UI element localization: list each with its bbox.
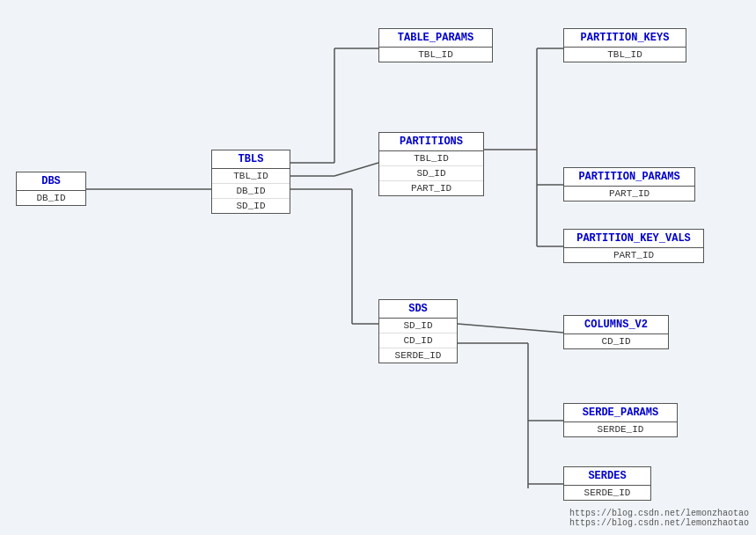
box-SERDES: SERDES SERDE_ID <box>563 466 651 501</box>
box-SDS-title: SDS <box>379 300 457 319</box>
box-TBLS-field-1: DB_ID <box>212 184 290 199</box>
box-PARTITION_KEY_VALS-field-0: PART_ID <box>564 248 703 262</box>
svg-line-5 <box>334 163 378 176</box>
box-PARTITION_PARAMS-field-0: PART_ID <box>564 187 694 201</box>
watermark-line2: https://blog.csdn.net/lemonzhaotao <box>569 518 749 528</box>
box-PARTITION_KEYS: PARTITION_KEYS TBL_ID <box>563 28 686 62</box>
box-SERDE_PARAMS: SERDE_PARAMS SERDE_ID <box>563 403 678 437</box>
box-DBS-field-0: DB_ID <box>17 191 85 205</box>
box-TABLE_PARAMS-field-0: TBL_ID <box>379 48 492 62</box>
watermark-line1: https://blog.csdn.net/lemonzhaotao <box>569 509 749 518</box>
box-SERDE_PARAMS-field-0: SERDE_ID <box>564 422 677 436</box>
box-TABLE_PARAMS: TABLE_PARAMS TBL_ID <box>378 28 493 62</box>
box-SDS-field-2: SERDE_ID <box>379 348 457 363</box>
box-SERDE_PARAMS-title: SERDE_PARAMS <box>564 404 677 422</box>
box-SDS: SDS SD_ID CD_ID SERDE_ID <box>378 299 458 363</box>
box-SERDES-field-0: SERDE_ID <box>564 486 650 500</box>
box-TABLE_PARAMS-title: TABLE_PARAMS <box>379 29 492 48</box>
box-COLUMNS_V2-field-0: CD_ID <box>564 334 668 348</box>
box-SDS-field-1: CD_ID <box>379 333 457 348</box>
box-COLUMNS_V2-title: COLUMNS_V2 <box>564 316 668 334</box>
box-PARTITION_KEYS-field-0: TBL_ID <box>564 48 686 62</box>
box-DBS: DBS DB_ID <box>16 172 86 206</box>
box-PARTITION_KEY_VALS: PARTITION_KEY_VALS PART_ID <box>563 229 704 263</box>
box-DBS-title: DBS <box>17 172 85 191</box>
watermark: https://blog.csdn.net/lemonzhaotao https… <box>569 509 749 528</box>
box-PARTITIONS-field-0: TBL_ID <box>379 151 483 166</box>
connector-lines <box>0 0 756 535</box>
svg-line-14 <box>458 324 563 333</box>
box-SERDES-title: SERDES <box>564 467 650 486</box>
box-PARTITIONS-field-2: PART_ID <box>379 181 483 195</box>
box-TBLS-title: TBLS <box>212 150 290 169</box>
box-COLUMNS_V2: COLUMNS_V2 CD_ID <box>563 315 669 349</box>
box-PARTITIONS: PARTITIONS TBL_ID SD_ID PART_ID <box>378 132 484 196</box>
box-TBLS-field-0: TBL_ID <box>212 169 290 184</box>
box-PARTITION_KEY_VALS-title: PARTITION_KEY_VALS <box>564 230 703 248</box>
box-PARTITION_PARAMS-title: PARTITION_PARAMS <box>564 168 694 187</box>
box-SDS-field-0: SD_ID <box>379 319 457 333</box>
box-TBLS: TBLS TBL_ID DB_ID SD_ID <box>211 150 290 214</box>
box-TBLS-field-2: SD_ID <box>212 199 290 213</box>
box-PARTITION_PARAMS: PARTITION_PARAMS PART_ID <box>563 167 695 202</box>
diagram: DBS DB_ID TBLS TBL_ID DB_ID SD_ID TABLE_… <box>0 0 756 535</box>
box-PARTITIONS-title: PARTITIONS <box>379 133 483 151</box>
box-PARTITION_KEYS-title: PARTITION_KEYS <box>564 29 686 48</box>
box-PARTITIONS-field-1: SD_ID <box>379 166 483 181</box>
